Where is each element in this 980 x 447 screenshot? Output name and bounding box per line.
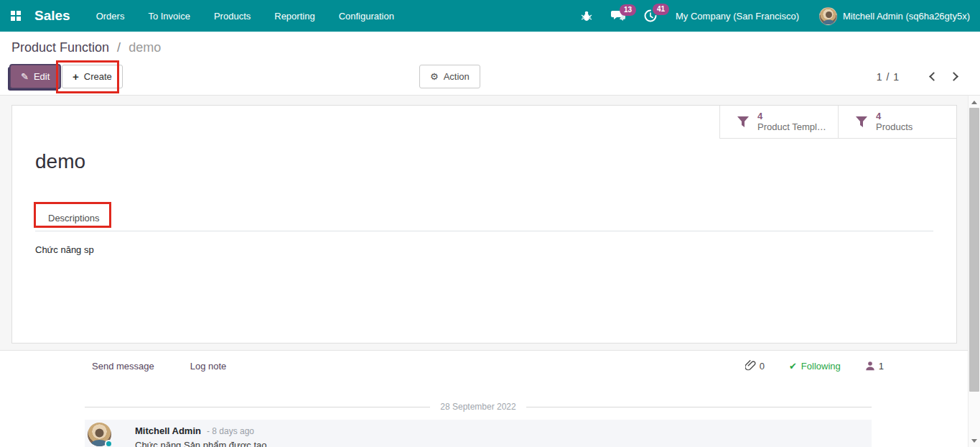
chevron-left-icon	[929, 72, 938, 81]
scrollbar-up-arrow[interactable]	[969, 96, 980, 108]
notebook-tabs: Descriptions	[35, 206, 933, 231]
edit-button-label: Edit	[34, 71, 50, 82]
create-button-label: Create	[84, 71, 112, 82]
followers-button[interactable]: 1	[865, 361, 884, 372]
chevron-right-icon	[949, 72, 958, 81]
create-button[interactable]: + Create	[62, 65, 123, 88]
stat-label: Product Templ…	[757, 121, 826, 133]
nav-item-orders[interactable]: Orders	[96, 11, 125, 22]
nav-item-configuration[interactable]: Configuration	[339, 11, 394, 22]
record-title: demo	[35, 150, 85, 173]
apps-grid-icon[interactable]	[10, 10, 22, 22]
form-sheet: 4 Product Templ… 4 Products demo Descrip…	[11, 105, 957, 344]
triangle-up-icon	[971, 101, 977, 104]
description-text: Chức năng sp	[35, 244, 94, 255]
scrollbar-thumb[interactable]	[969, 108, 979, 392]
action-button[interactable]: ⚙ Action	[419, 65, 480, 88]
navbar-left: Sales Orders To Invoice Products Reporti…	[0, 8, 418, 24]
gear-icon: ⚙	[430, 71, 439, 82]
breadcrumb-parent[interactable]: Product Function	[11, 40, 109, 55]
breadcrumb: Product Function / demo	[11, 40, 161, 55]
following-button[interactable]: ✔ Following	[789, 361, 841, 372]
message-author-avatar[interactable]	[88, 423, 111, 446]
top-navbar: Sales Orders To Invoice Products Reporti…	[0, 0, 980, 32]
filter-funnel-icon	[737, 116, 749, 127]
chatter-right-tools: 0 ✔ Following 1	[745, 360, 884, 372]
message-content: Mitchell Admin - 8 days ago Chức năng Sả…	[135, 423, 266, 447]
stat-buttons: 4 Product Templ… 4 Products	[719, 106, 956, 139]
stat-button-products[interactable]: 4 Products	[838, 106, 956, 139]
chatter-topbar: Send message Log note 0 ✔ Following 1	[85, 357, 884, 374]
activities-count-badge: 41	[653, 4, 669, 15]
form-view-area: 4 Product Templ… 4 Products demo Descrip…	[0, 96, 968, 350]
pager-previous-button[interactable]	[923, 68, 941, 86]
followers-count: 1	[879, 361, 884, 372]
debug-bug-icon[interactable]	[581, 10, 592, 22]
app-name[interactable]: Sales	[34, 8, 70, 24]
message-timestamp: - 8 days ago	[207, 426, 254, 436]
date-divider-label: 28 September 2022	[430, 402, 526, 412]
messages-icon[interactable]: 13	[611, 10, 625, 22]
following-label: Following	[801, 361, 841, 372]
chatter: Send message Log note 0 ✔ Following 1 28…	[0, 350, 968, 447]
plus-icon: +	[73, 70, 79, 83]
online-status-dot	[105, 440, 113, 447]
pager-count: 1 / 1	[877, 71, 900, 83]
breadcrumb-current: demo	[129, 40, 161, 55]
action-button-label: Action	[444, 71, 470, 82]
check-icon: ✔	[789, 361, 797, 372]
log-note-button[interactable]: Log note	[183, 358, 234, 374]
stat-label: Products	[876, 121, 913, 133]
user-name: Mitchell Admin (sq6ha26gty5x)	[843, 11, 970, 22]
screen: Sales Orders To Invoice Products Reporti…	[0, 0, 980, 447]
stat-button-product-templates[interactable]: 4 Product Templ…	[719, 106, 838, 139]
edit-button[interactable]: ✎ Edit	[10, 65, 60, 88]
activities-clock-icon[interactable]: 41	[644, 9, 657, 22]
user-avatar	[819, 7, 837, 25]
vertical-scrollbar[interactable]	[968, 96, 980, 447]
send-message-button[interactable]: Send message	[85, 358, 162, 374]
nav-item-products[interactable]: Products	[214, 11, 251, 22]
pencil-icon: ✎	[21, 71, 29, 82]
attachments-button[interactable]: 0	[745, 360, 765, 372]
message-body: Chức năng Sản phẩm được tạo	[135, 440, 266, 447]
stat-value: 4	[757, 111, 826, 121]
tab-descriptions[interactable]: Descriptions	[35, 206, 113, 231]
stat-text: 4 Product Templ…	[757, 111, 831, 133]
company-switcher[interactable]: My Company (San Francisco)	[676, 11, 799, 22]
date-divider: 28 September 2022	[85, 402, 872, 412]
control-panel: Product Function / demo ✎ Edit + Create …	[0, 32, 980, 96]
navbar-right: 13 41 My Company (San Francisco) Mitchel…	[581, 7, 980, 25]
stat-text: 4 Products	[876, 111, 917, 133]
messages-count-badge: 13	[620, 4, 636, 16]
pager-next-button[interactable]	[946, 68, 964, 86]
pager: 1 / 1	[877, 65, 964, 88]
paperclip-icon	[745, 360, 756, 372]
person-icon	[865, 361, 875, 371]
nav-item-to-invoice[interactable]: To Invoice	[148, 11, 190, 22]
message-row: Mitchell Admin - 8 days ago Chức năng Sả…	[85, 420, 872, 447]
user-menu[interactable]: Mitchell Admin (sq6ha26gty5x)	[819, 7, 970, 25]
message-author-name[interactable]: Mitchell Admin	[135, 425, 201, 436]
filter-funnel-icon	[856, 116, 867, 127]
scrollbar-down-arrow[interactable]	[969, 435, 980, 446]
breadcrumb-separator: /	[117, 40, 121, 55]
control-panel-buttons: ✎ Edit + Create ⚙ Action 1 / 1	[0, 65, 980, 89]
stat-value: 4	[876, 111, 913, 121]
message-header: Mitchell Admin - 8 days ago	[135, 425, 266, 436]
attachments-count: 0	[760, 361, 765, 372]
triangle-down-icon	[971, 439, 977, 443]
nav-item-reporting[interactable]: Reporting	[274, 11, 314, 22]
